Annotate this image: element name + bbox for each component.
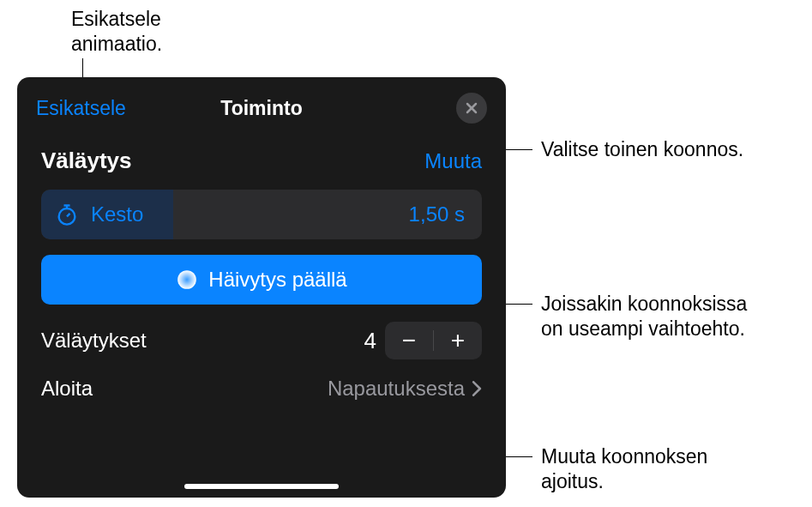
- effect-row: Väläytys Muuta: [17, 134, 506, 190]
- stepper-plus-button[interactable]: +: [434, 322, 482, 359]
- chevron-right-icon: [472, 381, 482, 396]
- panel-title: Toiminto: [220, 97, 302, 120]
- close-button[interactable]: [456, 93, 487, 124]
- flashes-stepper: − +: [385, 322, 482, 359]
- svg-line-3: [67, 214, 70, 217]
- svg-point-6: [177, 270, 196, 289]
- callout-change: Valitse toinen koonnos.: [541, 137, 743, 162]
- close-icon: [465, 101, 478, 115]
- panel-header: Esikatsele Toiminto: [17, 77, 506, 134]
- duration-label: Kesto: [91, 202, 143, 226]
- fade-label: Häivytys päällä: [208, 268, 346, 292]
- start-row[interactable]: Aloita Napautuksesta: [17, 377, 506, 418]
- fade-icon: [176, 269, 198, 291]
- flashes-row: Väläytykset 4 − +: [17, 322, 506, 377]
- duration-value: 1,50 s: [409, 202, 465, 226]
- duration-slider[interactable]: Kesto 1,50 s: [41, 190, 482, 239]
- callout-preview: Esikatsele animaatio.: [71, 7, 162, 57]
- action-panel: Esikatsele Toiminto Väläytys Muuta Kesto: [17, 77, 506, 498]
- flashes-label: Väläytykset: [41, 329, 147, 353]
- change-button[interactable]: Muuta: [424, 149, 482, 173]
- start-label: Aloita: [41, 377, 93, 401]
- timer-icon: [55, 202, 79, 226]
- start-value: Napautuksesta: [328, 377, 465, 401]
- home-indicator: [184, 484, 339, 489]
- fade-toggle-button[interactable]: Häivytys päällä: [41, 255, 482, 305]
- flashes-count: 4: [356, 328, 376, 354]
- stepper-minus-button[interactable]: −: [385, 322, 433, 359]
- callout-start: Muuta koonnoksen ajoitus.: [541, 444, 707, 494]
- callout-fade: Joissakin koonnoksissa on useampi vaihto…: [541, 292, 747, 341]
- effect-name: Väläytys: [41, 148, 132, 174]
- preview-button[interactable]: Esikatsele: [36, 97, 126, 120]
